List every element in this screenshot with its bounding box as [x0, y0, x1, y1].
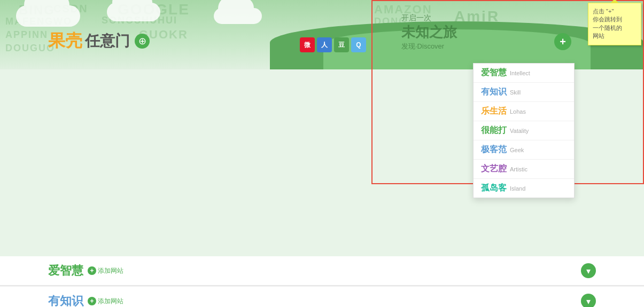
cat-item-gudaoke[interactable]: 孤岛客 Island [474, 179, 574, 198]
social-icons: 微 人 豆 Q [300, 37, 366, 52]
discover-line1: 开启一次 [401, 13, 457, 23]
category-dropdown: 爱智慧 Intellect 有知识 Skill 乐生活 Lohas 很能打 Va… [473, 63, 575, 198]
cat-name-wenyiqiang: 文艺腔 [481, 163, 507, 175]
cat-en-leshenghuo: Lohas [510, 108, 526, 115]
weibo-icon[interactable]: 微 [300, 37, 315, 52]
cloud-1 [16, 5, 80, 27]
qq-icon[interactable]: Q [351, 37, 366, 52]
bg-word-appinn: APPINN [5, 29, 48, 41]
cat-item-youzhishi[interactable]: 有知识 Skill [474, 83, 574, 102]
cat-en-youzhishi: Skill [510, 89, 521, 96]
renren-icon[interactable]: 人 [317, 37, 332, 52]
header: BING CSDN GOOGLE MAFENGWO SONGSHUHUI APP… [0, 0, 644, 69]
douban-icon[interactable]: 豆 [334, 37, 349, 52]
cat-name-youzhishi: 有知识 [481, 86, 507, 98]
cat-item-wenyiqiang[interactable]: 文艺腔 Artistic [474, 160, 574, 179]
add-site-aizhi[interactable]: + 添加网站 [88, 266, 123, 275]
add-site-label-youzhishi: 添加网站 [98, 297, 123, 306]
section-aizhi: 爱智慧 + 添加网站 ▾ [0, 256, 644, 286]
cat-en-henengda: Vatality [510, 128, 529, 134]
section-title-aizhi: 爱智慧 [48, 263, 83, 279]
add-site-youzhishi[interactable]: + 添加网站 [88, 297, 123, 306]
main-content: 科学松鼠会 科学网 丁香园 PubMed 趣玩网 穷游网 稗事百科 36氪 奇客… [0, 256, 644, 307]
cat-name-gudaoke: 孤岛客 [481, 183, 507, 194]
cat-item-aizhi[interactable]: 爱智慧 Intellect [474, 64, 574, 83]
cat-item-henengda[interactable]: 很能打 Vatality [474, 121, 574, 140]
cat-item-jikefan[interactable]: 极客范 Geek [474, 140, 574, 160]
expand-aizhi[interactable]: ▾ [581, 263, 596, 278]
discover-line3: 发现·Discover [401, 42, 457, 51]
cat-name-leshenghuo: 乐生活 [481, 106, 507, 117]
section-title-youzhishi: 有知识 [48, 293, 83, 307]
cat-en-jikefan: Geek [510, 147, 524, 153]
cat-name-aizhi: 爱智慧 [481, 67, 507, 78]
cat-en-aizhi: Intellect [510, 70, 530, 76]
logo-renyimen: 任意门 [85, 31, 130, 51]
cat-en-wenyiqiang: Artistic [510, 166, 527, 172]
cloud-2 [107, 3, 160, 21]
plus-button[interactable]: + [554, 33, 571, 50]
app-container: BING CSDN GOOGLE MAFENGWO SONGSHUHUI APP… [0, 0, 644, 307]
cat-name-jikefan: 极客范 [481, 144, 507, 155]
logo-guoke: 果壳 [48, 29, 82, 53]
expand-youzhishi[interactable]: ▾ [581, 294, 596, 307]
add-circle-aizhi[interactable]: + [88, 266, 96, 275]
add-circle-youzhishi[interactable]: + [88, 297, 96, 305]
discover-line2: 未知之旅 [401, 23, 457, 42]
logo-compass-icon[interactable]: ⊕ [135, 34, 150, 49]
discover-banner: 开启一次 未知之旅 发现·Discover [401, 13, 457, 51]
cat-en-gudaoke: Island [510, 185, 525, 192]
section-youzhishi: 有知识 + 添加网站 ▾ [0, 287, 644, 307]
logo-area: 果壳 任意门 ⊕ [48, 29, 150, 53]
cloud-3 [214, 8, 262, 24]
add-site-label-aizhi: 添加网站 [98, 266, 123, 275]
cat-name-henengda: 很能打 [481, 125, 507, 136]
cat-item-leshenghuo[interactable]: 乐生活 Lohas [474, 102, 574, 121]
